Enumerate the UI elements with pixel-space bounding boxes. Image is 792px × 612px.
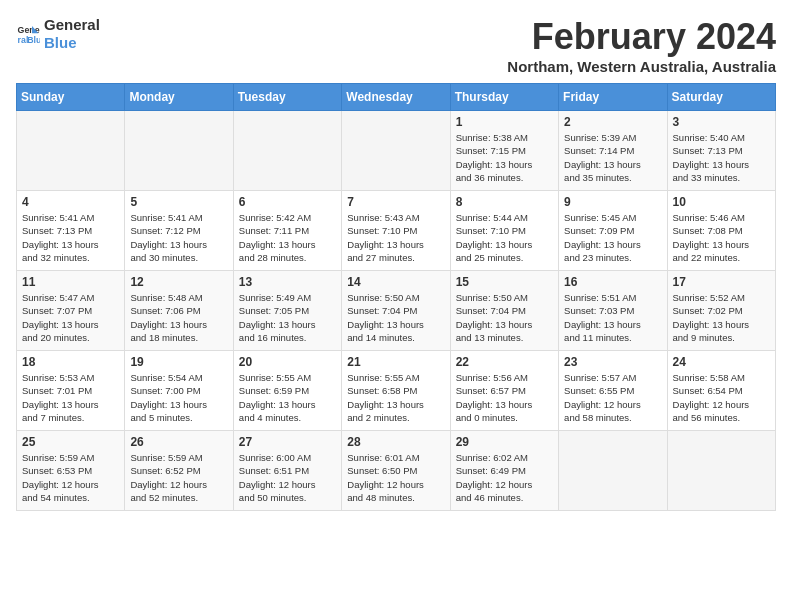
day-number: 10 xyxy=(673,195,770,209)
logo: Gene ral Blue General Blue xyxy=(16,16,100,52)
day-info: Sunrise: 5:52 AM Sunset: 7:02 PM Dayligh… xyxy=(673,291,770,344)
calendar-cell xyxy=(342,111,450,191)
day-info: Sunrise: 5:42 AM Sunset: 7:11 PM Dayligh… xyxy=(239,211,336,264)
day-info: Sunrise: 5:45 AM Sunset: 7:09 PM Dayligh… xyxy=(564,211,661,264)
day-info: Sunrise: 5:49 AM Sunset: 7:05 PM Dayligh… xyxy=(239,291,336,344)
calendar-cell: 10Sunrise: 5:46 AM Sunset: 7:08 PM Dayli… xyxy=(667,191,775,271)
day-info: Sunrise: 5:44 AM Sunset: 7:10 PM Dayligh… xyxy=(456,211,553,264)
logo-line2: Blue xyxy=(44,34,100,52)
calendar-cell: 3Sunrise: 5:40 AM Sunset: 7:13 PM Daylig… xyxy=(667,111,775,191)
day-info: Sunrise: 5:55 AM Sunset: 6:58 PM Dayligh… xyxy=(347,371,444,424)
calendar-cell: 28Sunrise: 6:01 AM Sunset: 6:50 PM Dayli… xyxy=(342,431,450,511)
day-info: Sunrise: 5:39 AM Sunset: 7:14 PM Dayligh… xyxy=(564,131,661,184)
day-header-wednesday: Wednesday xyxy=(342,84,450,111)
day-number: 8 xyxy=(456,195,553,209)
calendar-cell: 12Sunrise: 5:48 AM Sunset: 7:06 PM Dayli… xyxy=(125,271,233,351)
calendar-cell: 16Sunrise: 5:51 AM Sunset: 7:03 PM Dayli… xyxy=(559,271,667,351)
logo-icon: Gene ral Blue xyxy=(16,22,40,46)
day-number: 24 xyxy=(673,355,770,369)
day-number: 3 xyxy=(673,115,770,129)
day-info: Sunrise: 5:41 AM Sunset: 7:13 PM Dayligh… xyxy=(22,211,119,264)
day-number: 14 xyxy=(347,275,444,289)
calendar-week-2: 11Sunrise: 5:47 AM Sunset: 7:07 PM Dayli… xyxy=(17,271,776,351)
month-title: February 2024 xyxy=(507,16,776,58)
day-number: 12 xyxy=(130,275,227,289)
day-number: 2 xyxy=(564,115,661,129)
day-header-friday: Friday xyxy=(559,84,667,111)
calendar-cell: 13Sunrise: 5:49 AM Sunset: 7:05 PM Dayli… xyxy=(233,271,341,351)
calendar-cell xyxy=(233,111,341,191)
calendar-cell xyxy=(125,111,233,191)
day-number: 16 xyxy=(564,275,661,289)
logo-line1: General xyxy=(44,16,100,34)
day-number: 4 xyxy=(22,195,119,209)
calendar-week-0: 1Sunrise: 5:38 AM Sunset: 7:15 PM Daylig… xyxy=(17,111,776,191)
calendar-cell: 6Sunrise: 5:42 AM Sunset: 7:11 PM Daylig… xyxy=(233,191,341,271)
day-info: Sunrise: 5:41 AM Sunset: 7:12 PM Dayligh… xyxy=(130,211,227,264)
calendar-cell: 9Sunrise: 5:45 AM Sunset: 7:09 PM Daylig… xyxy=(559,191,667,271)
calendar-cell: 23Sunrise: 5:57 AM Sunset: 6:55 PM Dayli… xyxy=(559,351,667,431)
day-info: Sunrise: 5:59 AM Sunset: 6:52 PM Dayligh… xyxy=(130,451,227,504)
location-subtitle: Northam, Western Australia, Australia xyxy=(507,58,776,75)
day-info: Sunrise: 6:01 AM Sunset: 6:50 PM Dayligh… xyxy=(347,451,444,504)
calendar-cell: 18Sunrise: 5:53 AM Sunset: 7:01 PM Dayli… xyxy=(17,351,125,431)
calendar-cell: 2Sunrise: 5:39 AM Sunset: 7:14 PM Daylig… xyxy=(559,111,667,191)
day-number: 1 xyxy=(456,115,553,129)
calendar-cell: 1Sunrise: 5:38 AM Sunset: 7:15 PM Daylig… xyxy=(450,111,558,191)
day-number: 5 xyxy=(130,195,227,209)
day-info: Sunrise: 5:47 AM Sunset: 7:07 PM Dayligh… xyxy=(22,291,119,344)
calendar-cell: 21Sunrise: 5:55 AM Sunset: 6:58 PM Dayli… xyxy=(342,351,450,431)
day-info: Sunrise: 5:53 AM Sunset: 7:01 PM Dayligh… xyxy=(22,371,119,424)
calendar-week-3: 18Sunrise: 5:53 AM Sunset: 7:01 PM Dayli… xyxy=(17,351,776,431)
calendar-cell: 24Sunrise: 5:58 AM Sunset: 6:54 PM Dayli… xyxy=(667,351,775,431)
day-number: 22 xyxy=(456,355,553,369)
day-number: 17 xyxy=(673,275,770,289)
calendar-cell: 29Sunrise: 6:02 AM Sunset: 6:49 PM Dayli… xyxy=(450,431,558,511)
calendar-cell: 11Sunrise: 5:47 AM Sunset: 7:07 PM Dayli… xyxy=(17,271,125,351)
day-number: 28 xyxy=(347,435,444,449)
day-number: 9 xyxy=(564,195,661,209)
calendar-cell xyxy=(559,431,667,511)
calendar-table: SundayMondayTuesdayWednesdayThursdayFrid… xyxy=(16,83,776,511)
day-info: Sunrise: 5:57 AM Sunset: 6:55 PM Dayligh… xyxy=(564,371,661,424)
calendar-cell xyxy=(17,111,125,191)
day-number: 19 xyxy=(130,355,227,369)
day-number: 11 xyxy=(22,275,119,289)
day-info: Sunrise: 5:40 AM Sunset: 7:13 PM Dayligh… xyxy=(673,131,770,184)
calendar-cell: 7Sunrise: 5:43 AM Sunset: 7:10 PM Daylig… xyxy=(342,191,450,271)
day-info: Sunrise: 6:00 AM Sunset: 6:51 PM Dayligh… xyxy=(239,451,336,504)
calendar-cell: 14Sunrise: 5:50 AM Sunset: 7:04 PM Dayli… xyxy=(342,271,450,351)
day-info: Sunrise: 5:43 AM Sunset: 7:10 PM Dayligh… xyxy=(347,211,444,264)
calendar-cell: 17Sunrise: 5:52 AM Sunset: 7:02 PM Dayli… xyxy=(667,271,775,351)
day-number: 6 xyxy=(239,195,336,209)
calendar-cell xyxy=(667,431,775,511)
day-header-thursday: Thursday xyxy=(450,84,558,111)
title-block: February 2024 Northam, Western Australia… xyxy=(507,16,776,75)
calendar-cell: 4Sunrise: 5:41 AM Sunset: 7:13 PM Daylig… xyxy=(17,191,125,271)
day-number: 25 xyxy=(22,435,119,449)
day-info: Sunrise: 5:51 AM Sunset: 7:03 PM Dayligh… xyxy=(564,291,661,344)
day-number: 23 xyxy=(564,355,661,369)
day-header-monday: Monday xyxy=(125,84,233,111)
day-number: 27 xyxy=(239,435,336,449)
day-number: 7 xyxy=(347,195,444,209)
day-info: Sunrise: 5:46 AM Sunset: 7:08 PM Dayligh… xyxy=(673,211,770,264)
day-info: Sunrise: 5:50 AM Sunset: 7:04 PM Dayligh… xyxy=(347,291,444,344)
calendar-week-1: 4Sunrise: 5:41 AM Sunset: 7:13 PM Daylig… xyxy=(17,191,776,271)
day-header-saturday: Saturday xyxy=(667,84,775,111)
day-header-sunday: Sunday xyxy=(17,84,125,111)
day-number: 13 xyxy=(239,275,336,289)
day-info: Sunrise: 5:54 AM Sunset: 7:00 PM Dayligh… xyxy=(130,371,227,424)
day-header-tuesday: Tuesday xyxy=(233,84,341,111)
day-info: Sunrise: 5:48 AM Sunset: 7:06 PM Dayligh… xyxy=(130,291,227,344)
calendar-cell: 19Sunrise: 5:54 AM Sunset: 7:00 PM Dayli… xyxy=(125,351,233,431)
day-number: 21 xyxy=(347,355,444,369)
day-number: 26 xyxy=(130,435,227,449)
calendar-cell: 22Sunrise: 5:56 AM Sunset: 6:57 PM Dayli… xyxy=(450,351,558,431)
day-info: Sunrise: 5:56 AM Sunset: 6:57 PM Dayligh… xyxy=(456,371,553,424)
calendar-cell: 27Sunrise: 6:00 AM Sunset: 6:51 PM Dayli… xyxy=(233,431,341,511)
svg-text:Blue: Blue xyxy=(27,35,40,45)
calendar-cell: 20Sunrise: 5:55 AM Sunset: 6:59 PM Dayli… xyxy=(233,351,341,431)
calendar-cell: 15Sunrise: 5:50 AM Sunset: 7:04 PM Dayli… xyxy=(450,271,558,351)
calendar-week-4: 25Sunrise: 5:59 AM Sunset: 6:53 PM Dayli… xyxy=(17,431,776,511)
